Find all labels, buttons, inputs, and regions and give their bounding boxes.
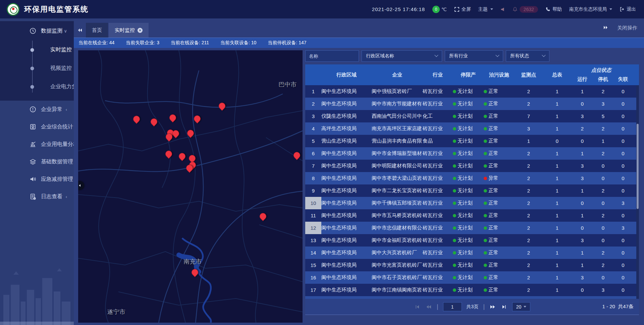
tabs-scroll-right-button[interactable]	[603, 25, 608, 31]
pollution-facility-cell: 正常	[484, 138, 515, 144]
pollution-facility-value: 正常	[488, 200, 498, 206]
table-row[interactable]: 15阆中生态环境局阆中市光富页岩机砖厂砖瓦行业无计划正常21120	[305, 259, 639, 271]
table-row[interactable]: 12阆中生态环境局阆中市忠信建材有限公砖瓦行业无计划正常21003	[305, 222, 639, 234]
industry-cell: 砖瓦行业	[423, 237, 453, 243]
fullscreen-button[interactable]: 全屏	[454, 6, 471, 12]
map-pin-icon[interactable]	[132, 114, 141, 124]
total-meter-cell: 1	[543, 250, 572, 256]
close-operations-button[interactable]: 关闭操作	[617, 25, 637, 31]
table-row[interactable]: 6阆中生态环境局阆中市金博瑞新型墙材砖瓦行业无计划正常21120	[305, 147, 639, 160]
theme-button[interactable]: 主题	[478, 6, 493, 12]
sidebar-group-item[interactable]: 应急减排管理‹	[0, 170, 74, 188]
alarm-button[interactable]: 2632	[513, 6, 538, 13]
table-row[interactable]: 2阆中生态环境局阆中市南方节能建材有砖瓦行业无计划正常21030	[305, 98, 639, 110]
disconnected-cell: 0	[613, 163, 633, 169]
sidebar-item-实时监控[interactable]: 实时监控	[0, 41, 74, 59]
next-page-button[interactable]	[489, 304, 496, 310]
tab-label: 实时监控	[115, 27, 135, 34]
pollution-facility-cell: 正常	[484, 250, 515, 256]
map-pin-icon[interactable]	[193, 114, 202, 123]
table-row[interactable]: 8阆中生态环境局阆中市枣碧大梁山页岩砖瓦行业无计划异常21300	[305, 172, 639, 184]
status-select[interactable]: 所有状态	[506, 50, 549, 62]
company-cell: 阆中市二龙长宝页岩砖	[372, 187, 423, 194]
mute-button[interactable]	[500, 7, 505, 12]
table-panel: 行政区域名称 所有行业 所有状态 行政区域 企业 行业 停限产 治污设施 监测点…	[305, 50, 639, 314]
total-pages-label: 共3页	[467, 304, 479, 310]
status-dot-icon	[453, 102, 456, 106]
region-cell: 营山生态环境局	[321, 138, 372, 144]
table-row[interactable]: 13阆中生态环境局阆中市金福旺页岩机砖砖瓦行业无计划正常21300	[305, 234, 639, 247]
collapse-left-icon	[78, 184, 82, 187]
production-limit-cell: 无计划	[453, 237, 484, 243]
map-pin-icon[interactable]	[164, 149, 173, 159]
industry-cell: 砖瓦行业	[423, 88, 453, 95]
sidebar-item-视频监控[interactable]: 视频监控	[0, 59, 74, 77]
table-row[interactable]: 7阆中生态环境局阆中明阳建材有限公司砖瓦行业无计划正常21300	[305, 160, 639, 172]
tabs-scroll-left-button[interactable]	[74, 23, 86, 38]
map-pin-icon[interactable]	[292, 151, 302, 160]
sidebar-group-item[interactable]: 数据监测∨	[0, 21, 74, 41]
region-select[interactable]: 行政区域名称	[362, 50, 442, 62]
row-index-cell: 1	[305, 85, 321, 98]
first-page-button[interactable]	[414, 304, 421, 310]
table-row[interactable]: 1阆中生态环境局阆中强锐页岩砖厂砖瓦行业无计划正常21120	[305, 85, 639, 98]
prev-page-button[interactable]	[425, 304, 432, 310]
table-row[interactable]: 10阆中生态环境局阆中千佛镇五郎垭页岩砖瓦行业无计划正常21003	[305, 197, 639, 209]
map-pin-icon[interactable]	[186, 128, 195, 138]
company-cell: 阆中市忠信建材有限公	[372, 225, 423, 231]
sidebar-group-item[interactable]: 企业异常‹	[0, 101, 74, 118]
pollution-facility-cell: 正常	[484, 150, 515, 157]
page-number-input[interactable]	[443, 302, 462, 311]
production-limit-value: 无计划	[458, 101, 473, 106]
running-cell: 3	[572, 163, 593, 169]
scrollbar-thumb[interactable]	[637, 124, 639, 209]
table-row[interactable]: 16阆中生态环境局阆中市石子页岩机砖厂砖瓦行业无计划正常21300	[305, 271, 639, 284]
region-cell: 阆中生态环境局	[321, 88, 372, 95]
industry-cell: 砖瓦行业	[423, 187, 453, 194]
help-button[interactable]: 帮助	[545, 6, 562, 12]
pollution-facility-value: 正常	[488, 274, 498, 280]
table-row[interactable]: 17阆中生态环境局阆中市江南镇阆南页岩砖瓦行业无计划正常21030	[305, 284, 639, 296]
industry-select[interactable]: 所有行业	[445, 50, 503, 62]
table-row[interactable]: 5营山生态环境局营山县润丰肉食品有限食品无计划正常10010	[305, 135, 639, 147]
disconnected-cell: 0	[613, 275, 633, 280]
map-pin-icon[interactable]	[217, 101, 227, 111]
tab-首页[interactable]: 首页	[86, 23, 108, 38]
row-index-cell: 16	[305, 271, 321, 284]
map-pin-icon[interactable]	[149, 117, 159, 126]
map-pin-icon[interactable]	[190, 268, 200, 277]
table-row[interactable]: 18南部生态环境局南部县砚华水泥有限公建材|水泥无计划正常50050	[305, 296, 639, 299]
map-panel[interactable]: 巴中市南充市遂宁市	[78, 50, 303, 323]
city-label-巴中市: 巴中市	[278, 80, 297, 89]
sidebar-item-企业电力负荷明细[interactable]: 企业电力负荷明细	[0, 77, 74, 96]
logout-button[interactable]: 退出	[620, 6, 636, 12]
sidebar-group-item[interactable]: 基础数据管理‹	[0, 153, 74, 170]
tab-实时监控[interactable]: 实时监控×	[109, 23, 149, 38]
table-row[interactable]: 11阆中生态环境局阆中市五马桥页岩机砖砖瓦行业无计划正常21120	[305, 209, 639, 222]
map-pin-icon[interactable]	[168, 113, 177, 122]
status-dot-icon	[453, 177, 456, 180]
table-row[interactable]: 9阆中生态环境局阆中市二龙长宝页岩砖砖瓦行业无计划正常21120	[305, 184, 639, 197]
table-row[interactable]: 4高坪生态环境局南充市高坪区王家店建砖瓦行业无计划正常31220	[305, 122, 639, 135]
map-pin-icon[interactable]	[258, 212, 268, 221]
monitor-points-cell: 1	[515, 138, 543, 144]
sidebar-group-item[interactable]: 企业用电量分析‹	[0, 136, 74, 153]
page-size-select[interactable]: 20	[512, 302, 530, 311]
monitor-points-cell: 2	[515, 213, 543, 218]
last-page-button[interactable]	[501, 304, 507, 310]
fullscreen-label: 全屏	[462, 6, 471, 12]
sidebar-group-item[interactable]: 企业综合统计‹	[0, 118, 74, 136]
sidebar-group-item[interactable]: 日志查看‹	[0, 188, 74, 205]
column-header: 行业	[423, 64, 453, 85]
total-meter-cell: 1	[543, 237, 572, 243]
map-pin-icon[interactable]	[177, 152, 187, 161]
status-dot-icon	[453, 239, 456, 242]
table-row[interactable]: 14阆中生态环境局阆中大兴页岩机砖厂砖瓦行业无计划正常21120	[305, 247, 639, 259]
table-row[interactable]: 3仪陇生态环境局西南油气田分公司川中化工无计划正常71350	[305, 110, 639, 122]
tab-close-icon[interactable]: ×	[138, 28, 143, 33]
sidebar-group-0: 数据监测∨实时监控视频监控企业电力负荷明细	[0, 21, 74, 101]
name-search-input[interactable]	[305, 50, 359, 62]
industry-select-value: 所有行业	[449, 53, 468, 59]
org-menu[interactable]: 南充市生态环境局	[569, 6, 612, 12]
production-limit-cell: 无计划	[453, 138, 484, 144]
